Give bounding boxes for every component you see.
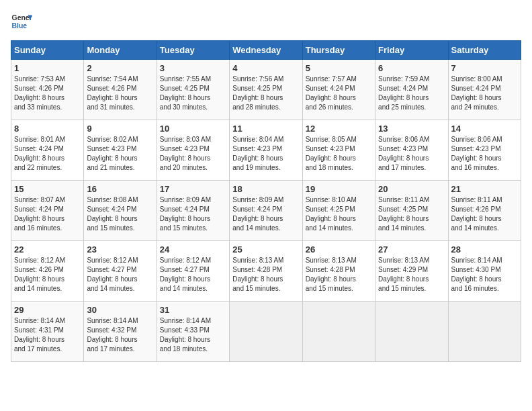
- day-number: 4: [232, 63, 299, 73]
- day-info: Sunrise: 8:14 AM Sunset: 4:33 PM Dayligh…: [160, 316, 226, 354]
- calendar-cell: 3Sunrise: 7:55 AM Sunset: 4:25 PM Daylig…: [157, 60, 229, 120]
- calendar-cell: 5Sunrise: 7:57 AM Sunset: 4:24 PM Daylig…: [302, 60, 375, 120]
- day-info: Sunrise: 8:11 AM Sunset: 4:25 PM Dayligh…: [378, 195, 445, 233]
- day-number: 21: [451, 184, 518, 194]
- svg-text:Blue: Blue: [12, 22, 28, 30]
- day-number: 7: [451, 63, 518, 73]
- day-info: Sunrise: 8:00 AM Sunset: 4:24 PM Dayligh…: [451, 75, 518, 112]
- day-info: Sunrise: 8:10 AM Sunset: 4:25 PM Dayligh…: [306, 195, 372, 233]
- calendar-cell: 30Sunrise: 8:14 AM Sunset: 4:32 PM Dayli…: [84, 302, 157, 362]
- day-info: Sunrise: 8:14 AM Sunset: 4:30 PM Dayligh…: [451, 256, 518, 293]
- day-info: Sunrise: 8:13 AM Sunset: 4:28 PM Dayligh…: [306, 256, 372, 293]
- calendar-cell: 10Sunrise: 8:03 AM Sunset: 4:23 PM Dayli…: [157, 120, 229, 181]
- logo: General Blue: [11, 11, 32, 32]
- day-info: Sunrise: 7:54 AM Sunset: 4:26 PM Dayligh…: [87, 75, 153, 112]
- calendar-cell: 22Sunrise: 8:12 AM Sunset: 4:26 PM Dayli…: [11, 241, 84, 302]
- day-info: Sunrise: 7:59 AM Sunset: 4:24 PM Dayligh…: [378, 75, 445, 112]
- weekday-header-thursday: Thursday: [302, 41, 375, 60]
- day-number: 13: [378, 124, 445, 134]
- day-info: Sunrise: 8:08 AM Sunset: 4:24 PM Dayligh…: [87, 195, 153, 233]
- calendar-cell: [375, 302, 448, 362]
- day-info: Sunrise: 8:12 AM Sunset: 4:27 PM Dayligh…: [160, 256, 226, 293]
- calendar-cell: 6Sunrise: 7:59 AM Sunset: 4:24 PM Daylig…: [375, 60, 448, 120]
- calendar-cell: 15Sunrise: 8:07 AM Sunset: 4:24 PM Dayli…: [11, 181, 84, 241]
- day-info: Sunrise: 8:14 AM Sunset: 4:31 PM Dayligh…: [14, 316, 81, 354]
- day-info: Sunrise: 8:09 AM Sunset: 4:24 PM Dayligh…: [160, 195, 226, 233]
- calendar-cell: 2Sunrise: 7:54 AM Sunset: 4:26 PM Daylig…: [84, 60, 157, 120]
- calendar-cell: 19Sunrise: 8:10 AM Sunset: 4:25 PM Dayli…: [302, 181, 375, 241]
- calendar-cell: 17Sunrise: 8:09 AM Sunset: 4:24 PM Dayli…: [157, 181, 229, 241]
- day-number: 12: [306, 124, 372, 134]
- day-number: 25: [232, 244, 299, 255]
- logo-icon: General Blue: [11, 11, 32, 32]
- page-header: General Blue: [11, 11, 521, 32]
- day-number: 30: [87, 305, 153, 315]
- weekday-header-friday: Friday: [375, 41, 448, 60]
- day-number: 11: [232, 124, 299, 134]
- day-number: 20: [378, 184, 445, 194]
- day-info: Sunrise: 8:13 AM Sunset: 4:29 PM Dayligh…: [378, 256, 445, 293]
- day-number: 16: [87, 184, 153, 194]
- day-number: 22: [14, 244, 81, 255]
- calendar-cell: 29Sunrise: 8:14 AM Sunset: 4:31 PM Dayli…: [11, 302, 84, 362]
- day-info: Sunrise: 7:57 AM Sunset: 4:24 PM Dayligh…: [306, 75, 372, 112]
- day-number: 8: [14, 124, 81, 134]
- day-info: Sunrise: 8:06 AM Sunset: 4:23 PM Dayligh…: [378, 135, 445, 173]
- day-info: Sunrise: 8:12 AM Sunset: 4:26 PM Dayligh…: [14, 256, 81, 293]
- day-info: Sunrise: 8:03 AM Sunset: 4:23 PM Dayligh…: [160, 135, 226, 173]
- weekday-header-monday: Monday: [84, 41, 157, 60]
- calendar-cell: 24Sunrise: 8:12 AM Sunset: 4:27 PM Dayli…: [157, 241, 229, 302]
- day-number: 17: [160, 184, 226, 194]
- day-info: Sunrise: 8:11 AM Sunset: 4:26 PM Dayligh…: [451, 195, 518, 233]
- calendar-table: SundayMondayTuesdayWednesdayThursdayFrid…: [11, 40, 521, 362]
- day-number: 28: [451, 244, 518, 255]
- day-number: 3: [160, 63, 226, 73]
- day-number: 19: [306, 184, 372, 194]
- day-number: 24: [160, 244, 226, 255]
- calendar-cell: 26Sunrise: 8:13 AM Sunset: 4:28 PM Dayli…: [302, 241, 375, 302]
- day-number: 10: [160, 124, 226, 134]
- day-info: Sunrise: 8:02 AM Sunset: 4:23 PM Dayligh…: [87, 135, 153, 173]
- day-info: Sunrise: 7:55 AM Sunset: 4:25 PM Dayligh…: [160, 75, 226, 112]
- day-info: Sunrise: 8:04 AM Sunset: 4:23 PM Dayligh…: [232, 135, 299, 173]
- day-info: Sunrise: 8:13 AM Sunset: 4:28 PM Dayligh…: [232, 256, 299, 293]
- day-number: 29: [14, 305, 81, 315]
- day-number: 5: [306, 63, 372, 73]
- calendar-cell: 9Sunrise: 8:02 AM Sunset: 4:23 PM Daylig…: [84, 120, 157, 181]
- weekday-header-tuesday: Tuesday: [157, 41, 229, 60]
- calendar-cell: 1Sunrise: 7:53 AM Sunset: 4:26 PM Daylig…: [11, 60, 84, 120]
- day-number: 1: [14, 63, 81, 73]
- calendar-cell: 18Sunrise: 8:09 AM Sunset: 4:24 PM Dayli…: [230, 181, 302, 241]
- day-number: 27: [378, 244, 445, 255]
- day-info: Sunrise: 7:53 AM Sunset: 4:26 PM Dayligh…: [14, 75, 81, 112]
- calendar-cell: [448, 302, 521, 362]
- day-info: Sunrise: 8:07 AM Sunset: 4:24 PM Dayligh…: [14, 195, 81, 233]
- day-number: 26: [306, 244, 372, 255]
- day-number: 23: [87, 244, 153, 255]
- day-info: Sunrise: 8:06 AM Sunset: 4:23 PM Dayligh…: [451, 135, 518, 173]
- day-info: Sunrise: 8:09 AM Sunset: 4:24 PM Dayligh…: [232, 195, 299, 233]
- day-number: 2: [87, 63, 153, 73]
- calendar-cell: 20Sunrise: 8:11 AM Sunset: 4:25 PM Dayli…: [375, 181, 448, 241]
- calendar-cell: 27Sunrise: 8:13 AM Sunset: 4:29 PM Dayli…: [375, 241, 448, 302]
- weekday-header-wednesday: Wednesday: [230, 41, 302, 60]
- day-number: 14: [451, 124, 518, 134]
- weekday-header-saturday: Saturday: [448, 41, 521, 60]
- day-info: Sunrise: 7:56 AM Sunset: 4:25 PM Dayligh…: [232, 75, 299, 112]
- calendar-cell: [302, 302, 375, 362]
- calendar-cell: 12Sunrise: 8:05 AM Sunset: 4:23 PM Dayli…: [302, 120, 375, 181]
- calendar-cell: 31Sunrise: 8:14 AM Sunset: 4:33 PM Dayli…: [157, 302, 229, 362]
- calendar-cell: 13Sunrise: 8:06 AM Sunset: 4:23 PM Dayli…: [375, 120, 448, 181]
- calendar-cell: 14Sunrise: 8:06 AM Sunset: 4:23 PM Dayli…: [448, 120, 521, 181]
- day-number: 15: [14, 184, 81, 194]
- calendar-cell: 21Sunrise: 8:11 AM Sunset: 4:26 PM Dayli…: [448, 181, 521, 241]
- calendar-cell: 7Sunrise: 8:00 AM Sunset: 4:24 PM Daylig…: [448, 60, 521, 120]
- day-number: 31: [160, 305, 226, 315]
- calendar-cell: 8Sunrise: 8:01 AM Sunset: 4:24 PM Daylig…: [11, 120, 84, 181]
- weekday-header-sunday: Sunday: [11, 41, 84, 60]
- calendar-cell: 11Sunrise: 8:04 AM Sunset: 4:23 PM Dayli…: [230, 120, 302, 181]
- calendar-cell: [230, 302, 302, 362]
- day-info: Sunrise: 8:12 AM Sunset: 4:27 PM Dayligh…: [87, 256, 153, 293]
- day-number: 6: [378, 63, 445, 73]
- day-number: 18: [232, 184, 299, 194]
